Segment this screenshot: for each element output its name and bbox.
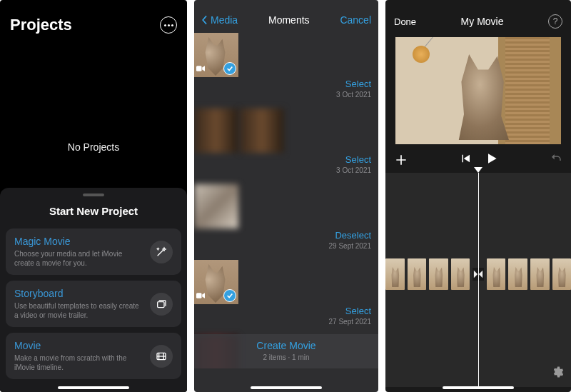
moment-group: Select 3 Oct 2021 <box>194 109 378 177</box>
option-magic-movie[interactable]: Magic Movie Choose your media and let iM… <box>6 228 181 275</box>
magic-wand-icon <box>150 241 173 263</box>
option-desc: Choose your media and let iMovie create … <box>14 249 143 268</box>
create-movie-label: Create Movie <box>194 340 378 351</box>
selected-check-icon <box>223 62 236 75</box>
media-thumbnail[interactable] <box>194 33 238 77</box>
moments-scroll[interactable]: Select 3 Oct 2021 Select 3 Oct 2021 Dese… <box>194 33 378 368</box>
moment-date: 3 Oct 2021 <box>336 166 371 174</box>
cancel-button[interactable]: Cancel <box>340 14 371 26</box>
projects-title: Projects <box>10 16 72 34</box>
sheet-handle[interactable] <box>83 194 104 196</box>
film-icon <box>150 345 173 368</box>
svg-rect-5 <box>196 66 202 71</box>
media-thumbnail[interactable] <box>240 109 284 153</box>
selected-check-icon <box>223 289 236 302</box>
back-label: Media <box>211 14 238 26</box>
media-thumbnail[interactable] <box>194 109 238 153</box>
editor-navbar: Done My Movie ? <box>385 0 571 33</box>
done-button[interactable]: Done <box>394 16 416 27</box>
timeline-clip[interactable] <box>385 258 405 290</box>
timeline-clip[interactable] <box>508 258 527 290</box>
moment-date: 29 Sept 2021 <box>329 242 372 250</box>
new-project-sheet: Start New Project Magic Movie Choose you… <box>0 188 187 392</box>
timeline-clip[interactable] <box>530 258 550 290</box>
editor-screen: Done My Movie ? <box>385 0 571 392</box>
moment-group: Deselect 29 Sept 2021 <box>194 184 378 253</box>
timeline-clip[interactable] <box>487 258 506 290</box>
home-indicator[interactable] <box>58 386 129 389</box>
svg-rect-0 <box>158 301 164 307</box>
play-button[interactable] <box>485 151 499 169</box>
timeline-clip[interactable] <box>552 258 571 290</box>
playhead[interactable] <box>478 173 479 387</box>
option-movie[interactable]: Movie Make a movie from scratch with the… <box>6 333 181 379</box>
media-thumbnail[interactable] <box>194 184 238 228</box>
media-picker-screen: Media Moments Cancel Select 3 Oct 2021 <box>194 0 378 392</box>
settings-button[interactable] <box>551 366 564 381</box>
option-title: Movie <box>14 340 143 351</box>
movie-title: My Movie <box>461 16 504 27</box>
option-title: Storyboard <box>14 288 143 299</box>
picker-navbar: Media Moments Cancel <box>194 0 378 33</box>
moment-date: 3 Oct 2021 <box>336 91 371 99</box>
video-icon <box>196 289 205 302</box>
more-button[interactable] <box>160 16 177 34</box>
storyboard-icon <box>150 293 173 316</box>
select-moment-button[interactable]: Select <box>345 79 371 89</box>
timeline-clip[interactable] <box>429 258 448 290</box>
select-moment-button[interactable]: Select <box>345 306 371 316</box>
preview-viewport[interactable] <box>395 37 561 144</box>
video-icon <box>196 62 205 75</box>
option-desc: Use beautiful templates to easily create… <box>14 301 143 320</box>
home-indicator[interactable] <box>251 386 322 389</box>
media-thumbnail[interactable] <box>194 260 238 304</box>
go-to-start-button[interactable] <box>459 152 472 168</box>
option-storyboard[interactable]: Storyboard Use beautiful templates to ea… <box>6 281 181 327</box>
create-movie-bar[interactable]: Create Movie 2 items · 1 min <box>194 334 378 368</box>
deselect-moment-button[interactable]: Deselect <box>335 230 371 241</box>
projects-screen: Projects No Projects Start New Project M… <box>0 0 187 392</box>
option-desc: Make a movie from scratch with the iMovi… <box>14 353 143 372</box>
sheet-title: Start New Project <box>6 205 181 217</box>
option-title: Magic Movie <box>14 236 143 247</box>
add-media-button[interactable] <box>394 153 408 167</box>
back-button[interactable]: Media <box>201 14 238 26</box>
select-moment-button[interactable]: Select <box>345 154 371 165</box>
svg-rect-6 <box>196 293 202 298</box>
help-button[interactable]: ? <box>548 14 562 29</box>
moment-group: Select 3 Oct 2021 <box>194 33 378 101</box>
moment-group: Select 27 Sept 2021 <box>194 260 378 328</box>
create-movie-sub: 2 items · 1 min <box>194 353 378 361</box>
moment-date: 27 Sept 2021 <box>329 318 372 326</box>
undo-button[interactable] <box>550 152 562 168</box>
picker-title: Moments <box>268 14 310 26</box>
timeline-clip[interactable] <box>408 258 427 290</box>
projects-header: Projects <box>0 0 187 41</box>
timeline[interactable] <box>385 173 571 387</box>
timeline-clip[interactable] <box>451 258 470 290</box>
no-projects-label: No Projects <box>0 141 187 153</box>
